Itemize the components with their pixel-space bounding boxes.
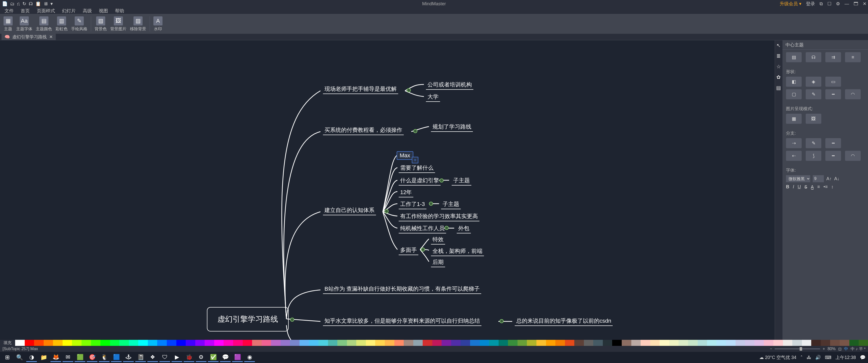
bold-button[interactable]: B — [786, 184, 789, 190]
color-swatch[interactable] — [603, 340, 612, 346]
branch-style[interactable]: ⇢ — [786, 138, 802, 148]
color-swatch[interactable] — [281, 340, 290, 346]
expand-dot[interactable] — [439, 178, 443, 183]
border-color[interactable]: ✎ — [806, 89, 821, 99]
color-swatch[interactable] — [309, 340, 318, 346]
border-corner[interactable]: ◠ — [845, 89, 861, 99]
color-swatch[interactable] — [262, 340, 271, 346]
color-swatch[interactable] — [745, 340, 754, 346]
taskbar-app[interactable]: 🕹 — [123, 353, 134, 362]
ribbon-button[interactable]: 🖼背景图片 — [109, 15, 128, 33]
taskbar-app[interactable]: ❖ — [147, 353, 158, 362]
qat-button[interactable]: 📋 — [35, 1, 41, 6]
color-swatch[interactable] — [802, 340, 811, 346]
underline-button[interactable]: U — [798, 184, 801, 190]
qat-button[interactable]: ☊ — [29, 1, 33, 6]
color-swatch[interactable] — [461, 340, 470, 346]
root-node[interactable]: 虚幻引擎学习路线 — [207, 307, 289, 331]
color-swatch[interactable] — [441, 340, 451, 346]
node[interactable]: 买系统的付费教程看，必须操作 — [323, 126, 404, 135]
color-swatch[interactable] — [546, 340, 556, 346]
taskbar-app[interactable]: ◉ — [244, 353, 255, 362]
qat-button[interactable]: ⎌ — [17, 1, 20, 6]
italic-button[interactable]: I — [793, 184, 794, 190]
color-swatch[interactable] — [811, 340, 821, 346]
color-swatch[interactable] — [318, 340, 328, 346]
node[interactable]: 工作了1-3 — [399, 200, 427, 209]
strike-button[interactable]: S̶ — [804, 184, 807, 190]
node[interactable]: 什么是虚幻引擎 — [399, 176, 440, 186]
taskbar-app[interactable]: 🎯 — [87, 353, 97, 362]
color-swatch[interactable] — [15, 340, 25, 346]
color-swatch[interactable] — [100, 340, 110, 346]
node[interactable]: 纯机械性工作人员 — [399, 224, 446, 233]
outline-tool-icon[interactable]: ≣ — [776, 53, 781, 59]
color-swatch[interactable] — [195, 340, 205, 346]
login-link[interactable]: 登录 — [806, 1, 815, 7]
color-swatch[interactable] — [555, 340, 565, 346]
fit-button[interactable]: ⊡ — [838, 346, 841, 352]
ribbon-button[interactable]: A水印 — [152, 15, 164, 33]
color-swatch[interactable] — [82, 340, 91, 346]
color-swatch[interactable] — [385, 340, 394, 346]
color-swatch[interactable] — [688, 340, 698, 346]
taskbar-app[interactable]: 🦊 — [51, 353, 61, 362]
window-min[interactable]: — — [844, 1, 849, 6]
color-swatch[interactable] — [337, 340, 347, 346]
color-swatch[interactable] — [698, 340, 707, 346]
branch-shape[interactable]: ⟆ — [806, 151, 821, 161]
node[interactable]: 大学 — [426, 92, 440, 102]
node[interactable]: 后期 — [431, 258, 445, 267]
menu-item[interactable]: 帮助 — [115, 8, 124, 14]
color-swatch[interactable] — [527, 340, 536, 346]
color-swatch[interactable] — [641, 340, 650, 346]
branch-style[interactable]: ━ — [825, 138, 841, 148]
ribbon-button[interactable]: ✎手绘风格 — [70, 15, 89, 33]
color-swatch[interactable] — [754, 340, 764, 346]
color-swatch[interactable] — [110, 340, 120, 346]
ribbon-button[interactable]: ▧背景色 — [93, 15, 108, 33]
branch-style[interactable]: ✎ — [806, 138, 821, 148]
color-swatch[interactable] — [63, 340, 72, 346]
qat-button[interactable]: ↻ — [23, 1, 26, 6]
color-swatch[interactable] — [356, 340, 366, 346]
color-swatch[interactable] — [565, 340, 575, 346]
color-swatch[interactable] — [840, 340, 849, 346]
node[interactable]: 总的来说目前的知乎像极了以前的csdn — [515, 317, 613, 326]
color-swatch[interactable] — [25, 340, 34, 346]
color-swatch[interactable] — [375, 340, 385, 346]
color-swatch[interactable] — [413, 340, 423, 346]
color-swatch[interactable] — [44, 340, 53, 346]
color-swatch[interactable] — [214, 340, 224, 346]
color-swatch[interactable] — [612, 340, 622, 346]
color-swatch[interactable] — [328, 340, 338, 346]
tray-notif-icon[interactable]: 💬 — [860, 355, 866, 360]
color-swatch[interactable] — [252, 340, 262, 346]
color-swatch[interactable] — [53, 340, 63, 346]
shape-fill[interactable]: ◧ — [786, 77, 802, 87]
color-swatch[interactable] — [176, 340, 186, 346]
pic-mode[interactable]: 🖼 — [806, 114, 821, 124]
color-swatch[interactable] — [489, 340, 499, 346]
node-selected[interactable]: Max — [397, 151, 413, 160]
font-family-select[interactable]: 微软雅黑 — [786, 175, 810, 182]
qat-button[interactable]: ▾ — [51, 1, 53, 6]
color-swatch[interactable] — [300, 340, 309, 346]
menu-item[interactable]: 幻灯片 — [62, 8, 76, 14]
expand-dot[interactable] — [384, 209, 389, 213]
color-swatch[interactable] — [499, 340, 508, 346]
color-swatch[interactable] — [451, 340, 461, 346]
expand-dot[interactable] — [500, 319, 504, 323]
color-swatch[interactable] — [366, 340, 375, 346]
color-swatch[interactable] — [129, 340, 138, 346]
node[interactable]: B站作为 查漏补缺自行做好长期收藏的习惯，有条件可以爬梯子 — [323, 284, 481, 294]
color-swatch[interactable] — [622, 340, 631, 346]
color-swatch[interactable] — [650, 340, 660, 346]
color-swatch[interactable] — [783, 340, 793, 346]
font-size-up[interactable]: A↑ — [826, 176, 832, 182]
color-swatch[interactable] — [119, 340, 129, 346]
node[interactable]: 建立自己的认知体系 — [323, 206, 376, 215]
quick-access-toolbar[interactable]: 📄🗂⎌↻☊📋🖥▾ — [0, 1, 53, 6]
tray-ime-icon[interactable]: ⌨ — [825, 355, 831, 360]
taskbar-app[interactable]: 🟩 — [75, 353, 85, 362]
